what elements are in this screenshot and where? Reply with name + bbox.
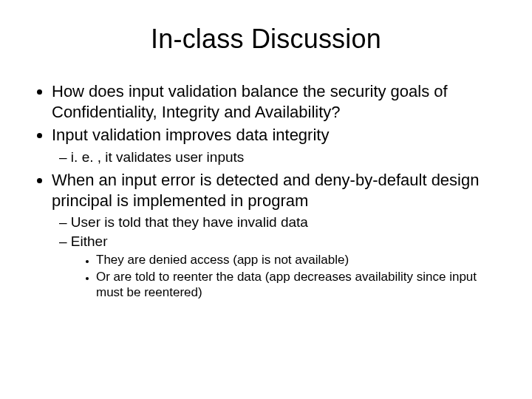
sub-sub-bullet-text: Or are told to reenter the data (app dec… [96,270,477,299]
bullet-text: How does input validation balance the se… [52,82,448,121]
sub-bullet-text: User is told that they have invalid data [71,214,308,230]
sub-bullet-item: User is told that they have invalid data [72,214,502,231]
sub-bullet-list: i. e. , it validates user inputs [52,149,502,166]
bullet-text: When an input error is detected and deny… [52,171,479,210]
sub-bullet-text: Either [71,233,108,249]
bullet-item: When an input error is detected and deny… [52,170,502,300]
bullet-list: How does input validation balance the se… [30,81,502,301]
sub-sub-bullet-text: They are denied access (app is not avail… [96,253,349,267]
sub-sub-bullet-item: They are denied access (app is not avail… [96,252,502,267]
sub-bullet-list: User is told that they have invalid data… [52,214,502,300]
sub-sub-bullet-list: They are denied access (app is not avail… [72,252,502,301]
sub-sub-bullet-item: Or are told to reenter the data (app dec… [96,269,502,301]
slide: In-class Discussion How does input valid… [0,0,532,399]
bullet-item: Input validation improves data integrity… [52,125,502,166]
sub-bullet-text: i. e. , it validates user inputs [71,149,244,165]
sub-bullet-item: Either They are denied access (app is no… [72,233,502,301]
sub-bullet-item: i. e. , it validates user inputs [72,149,502,166]
bullet-text: Input validation improves data integrity [52,126,329,144]
slide-title: In-class Discussion [30,24,502,55]
bullet-item: How does input validation balance the se… [52,81,502,122]
